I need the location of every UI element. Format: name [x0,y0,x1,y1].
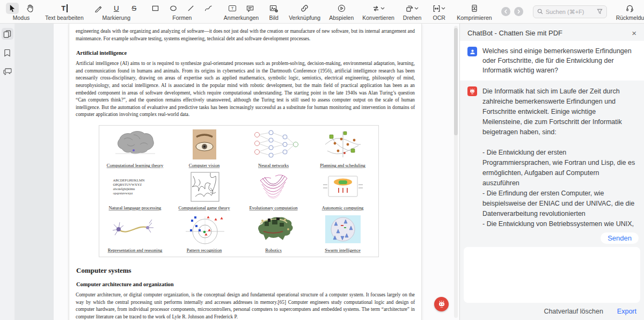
sidebar-item-thumbnails[interactable] [2,28,13,40]
underline-button[interactable]: U [110,3,123,14]
toolbar-group-label: OCR [433,14,445,21]
ai-topics-image-grid: Computational learning theory Computer v… [99,125,379,257]
text-tool-icon: T [61,5,65,12]
export-chat-button[interactable]: Export [617,308,636,315]
grid-caption-link[interactable]: Natural language processing [109,205,162,210]
toolbar-group-label: Anmerkungen [224,14,259,21]
search-icon [537,9,543,14]
document-scrollbar[interactable] [454,26,458,318]
user-question-text: Welches sind einige bemerkenswerte Erfin… [482,46,635,75]
grid-caption-link[interactable]: Computational game theory [179,205,230,210]
comments-icon [3,68,12,75]
strikethrough-button[interactable]: S [128,3,141,14]
grid-caption-link[interactable]: Representation and reasoning [108,248,163,253]
grid-caption-link[interactable]: Swarm intelligence [325,248,361,253]
toolbar-group-label: Bild [269,14,279,21]
search-box [533,5,607,18]
grid-caption-link[interactable]: Planning and scheduling [320,163,365,168]
chat-input[interactable] [464,247,640,303]
close-icon[interactable]: × [632,29,636,37]
edit-text-button[interactable]: T [58,3,71,14]
grid-item-computer-vision: Computer vision [170,128,239,168]
feedback-label: Rückmeldu [616,14,644,21]
grid-caption-link[interactable]: Robotics [265,248,282,253]
pdf-page: engineering deals with the organizing an… [69,24,422,320]
toolbar-group-label: Drehen [403,14,421,21]
cursor-tool-button[interactable] [6,3,19,14]
previous-page-button[interactable] [501,7,510,16]
chatbot-panel: ChatBot - Chatten Sie mit PDF × Welches … [459,24,644,320]
grid-caption-link[interactable]: Autonomic computing [322,205,364,210]
send-row: Senden [460,231,644,247]
next-page-button[interactable] [514,7,523,16]
grid-caption-link[interactable]: Pattern recognition [187,248,222,253]
pen-icon [94,4,103,12]
grid-caption-link[interactable]: Computer vision [189,163,220,168]
toolbar-group-play: Abspielen [325,0,357,23]
insert-image-button[interactable] [267,3,280,14]
grid-item-game-theory: Computational game theory [170,171,239,210]
send-button[interactable]: Senden [601,232,639,244]
surface-plot-image [244,171,303,203]
toolbar-group-label: Formen [172,14,192,21]
play-button[interactable] [335,3,348,14]
feedback-button[interactable] [624,3,636,14]
page-navigation [496,0,529,23]
heading-artificial-intelligence: Artificial intelligence [76,50,415,56]
text-note-button[interactable]: T [226,3,239,14]
hand-icon [26,4,34,12]
rotate-button[interactable] [403,3,421,14]
grid-item-nlp: ABCDEFGHIJKLMN OPQRSTUVWXYZ abcdefghijkl… [100,171,170,210]
grid-item-autonomic-computing: Autonomic computing [308,171,377,210]
freehand-shape-button[interactable] [202,3,215,14]
filter-funnel-icon[interactable] [597,9,603,14]
grid-caption-link[interactable]: Evolutionary computation [250,205,298,210]
toolbar-group-modus: Modus [2,0,40,23]
heading-computer-architecture: Computer architecture and organization [76,281,415,287]
pdf-editor-window: Modus T Text bearbeiten U S [0,0,644,320]
text-box-glyph: T [231,6,234,11]
chevron-down-icon [441,7,445,10]
ocr-button[interactable] [430,3,448,14]
ellipse-shape-button[interactable] [167,3,180,14]
underline-icon: U [114,5,119,12]
paragraph-artificial-intelligence: Artificial intelligence (AI) aims to or … [76,60,415,119]
grid-caption-link[interactable]: Neural networks [258,163,289,168]
text-caret-icon [67,4,68,12]
toolbar-group-label: Komprimieren [457,14,492,21]
highlight-pen-button[interactable] [92,3,105,14]
hand-tool-button[interactable] [24,3,36,14]
toolbar-group-annotations: T Anmerkungen [220,0,262,23]
add-link-button[interactable] [298,3,311,14]
convert-button[interactable] [369,3,387,14]
paragraph-computer-architecture: Computer architecture, or digital comput… [76,292,415,320]
neural-network-image [244,128,303,161]
grid-caption-link[interactable]: Computational learning theory [107,163,164,168]
scrollbar-thumb[interactable] [454,28,458,135]
line-shape-button[interactable] [185,3,197,14]
feedback-icon [626,4,634,12]
ellipse-icon [170,5,177,12]
compress-button[interactable] [468,3,481,14]
chatbot-header: ChatBot - Chatten Sie mit PDF × [460,24,644,41]
link-icon [301,4,309,12]
bookmark-icon [4,49,11,57]
toolbar-group-label: Verknüpfung [289,14,320,21]
cursor-icon [9,4,16,12]
robot-terrain-image [244,213,303,245]
sidebar-item-bookmarks[interactable] [2,47,13,59]
clear-chat-button[interactable]: Chatverlauf löschen [544,308,603,315]
toolbar-group-compress: Komprimieren [453,0,495,23]
line-icon [187,5,194,12]
toolbar-group-ocr: OCR [426,0,452,23]
chatbot-floating-button[interactable] [434,297,449,311]
rectangle-shape-button[interactable] [149,3,162,14]
rectangle-icon [152,5,159,12]
comment-note-button[interactable] [244,3,257,14]
sidebar-item-comments[interactable] [2,66,13,77]
heading-computer-systems: Computer systems [76,266,415,275]
search-input[interactable] [546,9,594,15]
chatbot-title: ChatBot - Chatten Sie mit PDF [467,29,562,37]
chevron-left-icon [504,9,508,14]
chat-message-bot: Die Informatik hat sich im Laufe der Zei… [460,81,644,231]
